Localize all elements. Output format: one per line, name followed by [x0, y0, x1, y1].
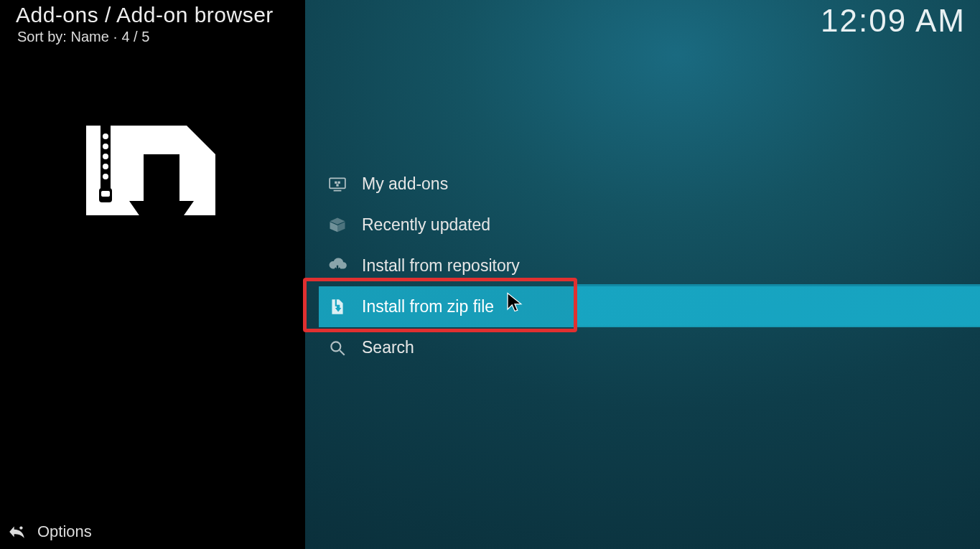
options-label: Options: [37, 522, 92, 541]
breadcrumb: Add-ons / Add-on browser: [16, 3, 274, 27]
svg-rect-11: [335, 181, 337, 183]
install-download-icon: [79, 122, 223, 251]
svg-rect-7: [101, 191, 110, 197]
menu-list: My add-ons Recently updated Install from…: [319, 164, 980, 368]
svg-point-8: [19, 526, 22, 529]
list-position: 4 / 5: [121, 29, 149, 44]
clock: 12:09 AM: [821, 3, 966, 39]
svg-line-16: [340, 350, 345, 355]
svg-rect-14: [335, 299, 337, 306]
menu-item-recently-updated[interactable]: Recently updated: [319, 205, 980, 245]
sort-line: Sort by: Name·4 / 5: [17, 29, 149, 45]
svg-point-5: [103, 174, 108, 179]
open-box-icon: [322, 210, 353, 241]
svg-rect-12: [338, 181, 340, 183]
menu-item-label: Install from repository: [362, 256, 520, 276]
svg-point-2: [103, 144, 108, 149]
menu-item-install-zip[interactable]: Install from zip file: [319, 286, 980, 327]
cloud-download-icon: [322, 250, 353, 282]
menu-item-label: Search: [362, 338, 414, 357]
footer-options[interactable]: Options: [7, 522, 92, 542]
sort-prefix: Sort by:: [17, 29, 70, 44]
monitor-addons-icon: [322, 169, 353, 200]
svg-point-4: [103, 164, 108, 169]
sort-value: Name: [70, 29, 108, 44]
menu-item-search[interactable]: Search: [319, 327, 980, 368]
svg-rect-13: [336, 184, 338, 186]
zip-file-icon: [322, 291, 353, 323]
options-icon: [7, 522, 27, 542]
menu-item-label: My add-ons: [362, 174, 448, 194]
separator-dot: ·: [109, 29, 122, 44]
menu-item-my-addons[interactable]: My add-ons: [319, 164, 980, 205]
search-icon: [322, 332, 353, 364]
svg-point-3: [103, 154, 108, 159]
sidebar: Add-ons / Add-on browser Sort by: Name·4…: [0, 0, 305, 549]
svg-point-15: [331, 342, 340, 351]
menu-item-label: Recently updated: [362, 215, 490, 235]
app-root: Add-ons / Add-on browser Sort by: Name·4…: [0, 0, 980, 549]
svg-rect-9: [330, 178, 345, 188]
menu-item-label: Install from zip file: [362, 297, 494, 316]
svg-point-1: [103, 133, 108, 139]
menu-item-install-repository[interactable]: Install from repository: [319, 245, 980, 286]
